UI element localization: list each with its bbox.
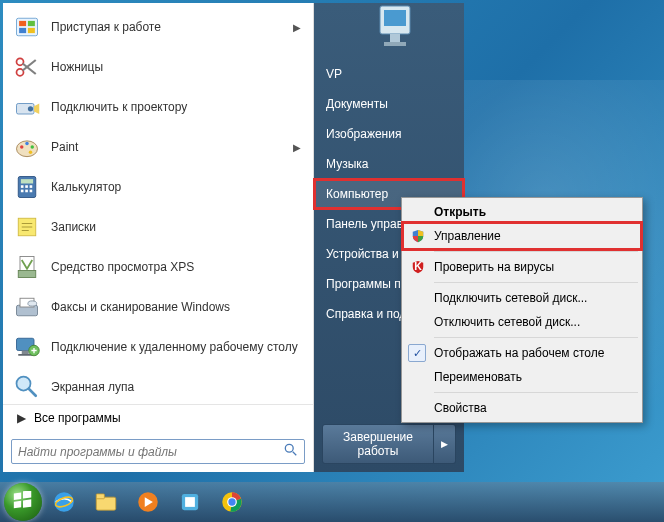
svg-rect-8 (28, 28, 35, 33)
program-label: Записки (51, 220, 305, 234)
blank-icon (408, 204, 428, 220)
svg-rect-7 (19, 28, 26, 33)
program-item-notes[interactable]: Записки (5, 207, 311, 247)
search-icon (284, 443, 298, 460)
svg-rect-25 (30, 185, 33, 188)
fax-icon (11, 291, 43, 323)
program-label: Средство просмотра XPS (51, 260, 305, 274)
separator (434, 392, 638, 393)
program-label: Калькулятор (51, 180, 305, 194)
program-item-fax[interactable]: Факсы и сканирование Windows (5, 287, 311, 327)
places-item[interactable]: Музыка (314, 149, 464, 179)
program-item-projector[interactable]: Подключить к проектору (5, 87, 311, 127)
svg-rect-54 (96, 494, 104, 499)
context-menu-item[interactable]: Переименовать (404, 365, 640, 389)
context-menu-label: Свойства (434, 401, 487, 415)
all-programs[interactable]: ▶ Все программы (3, 404, 313, 431)
shutdown-button[interactable]: Завершение работы (322, 424, 434, 464)
user-picture-icon (368, 1, 428, 51)
taskbar-explorer-icon[interactable] (86, 484, 126, 520)
context-menu: ОткрытьУправлениеKПроверить на вирусыПод… (401, 197, 643, 423)
context-menu-item[interactable]: Подключить сетевой диск... (404, 286, 640, 310)
program-label: Факсы и сканирование Windows (51, 300, 305, 314)
svg-rect-49 (14, 501, 21, 508)
svg-point-14 (28, 106, 33, 111)
taskbar-pinned-icon[interactable] (170, 484, 210, 520)
program-item-calc[interactable]: Калькулятор (5, 167, 311, 207)
svg-rect-26 (21, 190, 24, 193)
blank-icon (408, 369, 428, 385)
svg-marker-15 (34, 104, 39, 115)
xps-icon (11, 251, 43, 283)
context-menu-item[interactable]: ✓Отображать на рабочем столе (404, 341, 640, 365)
svg-point-37 (28, 301, 37, 306)
program-item-rdp[interactable]: Подключение к удаленному рабочему столу (5, 327, 311, 367)
submenu-arrow-icon: ▶ (293, 22, 301, 33)
svg-rect-34 (18, 271, 36, 278)
snip-icon (11, 51, 43, 83)
checkmark-icon: ✓ (408, 344, 426, 362)
submenu-arrow-icon: ▶ (293, 142, 301, 153)
svg-line-45 (293, 452, 297, 456)
av-icon: K (408, 259, 428, 275)
context-menu-label: Подключить сетевой диск... (434, 291, 587, 305)
taskbar-ie-icon[interactable] (44, 484, 84, 520)
svg-rect-1 (384, 10, 406, 26)
svg-rect-6 (28, 21, 35, 26)
context-menu-item[interactable]: Открыть (404, 200, 640, 224)
svg-rect-48 (23, 491, 31, 499)
svg-point-19 (31, 145, 35, 149)
context-menu-item[interactable]: KПроверить на вирусы (404, 255, 640, 279)
svg-line-43 (29, 389, 36, 396)
svg-text:K: K (414, 260, 422, 272)
programs-panel: Приступая к работе▶НожницыПодключить к п… (3, 3, 314, 472)
svg-point-18 (25, 142, 29, 146)
program-item-magnifier[interactable]: Экранная лупа (5, 367, 311, 404)
svg-rect-3 (384, 42, 406, 46)
program-item-xps[interactable]: Средство просмотра XPS (5, 247, 311, 287)
svg-rect-2 (390, 34, 400, 42)
taskbar-mediaplayer-icon[interactable] (128, 484, 168, 520)
places-item[interactable]: Изображения (314, 119, 464, 149)
taskbar-chrome-icon[interactable] (212, 484, 252, 520)
search-box[interactable] (11, 439, 305, 464)
program-label: Приступая к работе (51, 20, 293, 34)
places-item[interactable]: Документы (314, 89, 464, 119)
taskbar (0, 482, 664, 522)
program-label: Подключить к проектору (51, 100, 305, 114)
svg-rect-50 (23, 499, 31, 507)
svg-rect-23 (21, 185, 24, 188)
context-menu-item[interactable]: Отключить сетевой диск... (404, 310, 640, 334)
search-input[interactable] (18, 445, 284, 459)
svg-point-61 (228, 498, 235, 505)
separator (434, 251, 638, 252)
svg-rect-5 (19, 21, 26, 26)
svg-rect-22 (21, 179, 33, 183)
notes-icon (11, 211, 43, 243)
shutdown-options-button[interactable]: ▶ (434, 424, 456, 464)
context-menu-label: Открыть (434, 205, 486, 219)
context-menu-item[interactable]: Свойства (404, 396, 640, 420)
arrow-right-icon: ▶ (17, 411, 26, 425)
blank-icon (408, 290, 428, 306)
start-menu: Приступая к работе▶НожницыПодключить к п… (3, 3, 464, 472)
context-menu-label: Отображать на рабочем столе (434, 346, 604, 360)
svg-rect-39 (22, 351, 29, 355)
svg-point-17 (20, 145, 24, 149)
program-item-getting-started[interactable]: Приступая к работе▶ (5, 7, 311, 47)
svg-rect-27 (25, 190, 28, 193)
separator (434, 282, 638, 283)
magnifier-icon (11, 371, 43, 403)
blank-icon (408, 314, 428, 330)
rdp-icon (11, 331, 43, 363)
getting-started-icon (11, 11, 43, 43)
context-menu-item[interactable]: Управление (404, 224, 640, 248)
program-item-paint[interactable]: Paint▶ (5, 127, 311, 167)
svg-point-20 (29, 151, 33, 155)
program-item-snip[interactable]: Ножницы (5, 47, 311, 87)
places-item[interactable]: VP (314, 59, 464, 89)
svg-rect-24 (25, 185, 28, 188)
separator (434, 337, 638, 338)
program-label: Paint (51, 140, 293, 154)
start-button[interactable] (4, 483, 42, 521)
